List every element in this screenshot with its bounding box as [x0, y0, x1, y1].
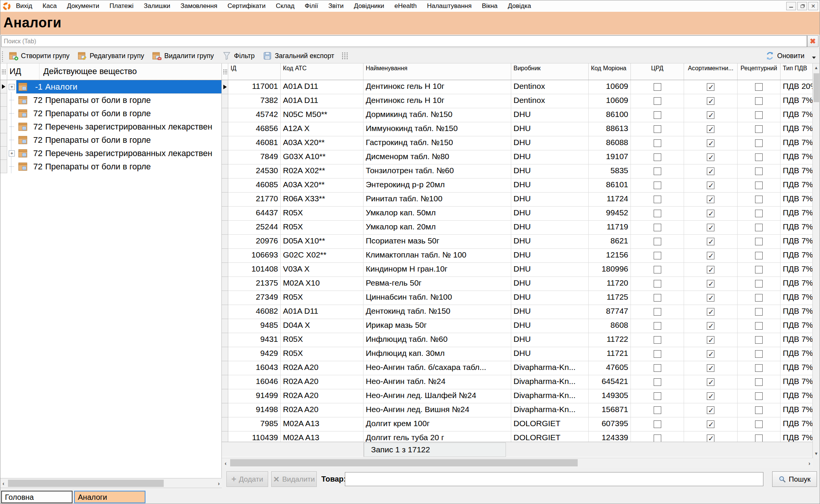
assortment-checkbox[interactable]: [707, 350, 714, 358]
menu-item-12[interactable]: eHealth: [395, 2, 417, 10]
tree-column-chooser[interactable]: [0, 63, 7, 80]
menu-item-15[interactable]: Довідка: [508, 2, 531, 10]
tree-item[interactable]: + 72 Препараты от боли в горле: [0, 107, 221, 120]
search-input[interactable]: [1, 35, 807, 47]
crd-checkbox[interactable]: [654, 238, 661, 245]
scroll-right-arrow[interactable]: ›: [806, 458, 812, 468]
crd-checkbox[interactable]: [654, 167, 661, 175]
crd-checkbox[interactable]: [654, 392, 661, 400]
crd-checkbox[interactable]: [654, 111, 661, 119]
assortment-checkbox[interactable]: [707, 83, 714, 91]
table-row[interactable]: 16046 R02A A20 Нео-Ангин табл. №24 Divap…: [222, 375, 813, 389]
assortment-checkbox[interactable]: [707, 224, 714, 231]
tree-item-content[interactable]: 72 Перечень зарегистрированных лекарстве…: [16, 147, 221, 160]
recipe-checkbox[interactable]: [755, 111, 763, 119]
table-row[interactable]: 46856 A12A X Иммунокинд табл. №150 DHU 8…: [222, 122, 813, 136]
table-row[interactable]: 9485 D04A X Ирикар мазь 50г DHU 8608 ПДВ…: [222, 319, 813, 333]
grid-scroll-thumb[interactable]: [230, 459, 578, 466]
crd-checkbox[interactable]: [654, 182, 661, 189]
tree-item-content[interactable]: 72 Препараты от боли в горле: [16, 160, 221, 173]
add-button[interactable]: + Додати: [226, 471, 268, 487]
column-chooser-icon[interactable]: [341, 52, 348, 60]
recipe-checkbox[interactable]: [755, 308, 763, 316]
tree-horizontal-scrollbar[interactable]: ‹ ›: [0, 478, 222, 488]
assortment-checkbox[interactable]: [707, 167, 714, 175]
recipe-checkbox[interactable]: [755, 280, 763, 288]
crd-checkbox[interactable]: [654, 406, 661, 414]
export-button[interactable]: Загальний експорт: [259, 50, 338, 62]
assortment-checkbox[interactable]: [707, 196, 714, 203]
restore-button[interactable]: [797, 2, 807, 10]
grid-vertical-scrollbar[interactable]: ▲ ▼: [812, 63, 820, 458]
table-row[interactable]: 101408 V03A X Киндинорм Н гран.10г DHU 1…: [222, 263, 813, 277]
table-row[interactable]: 21375 M02A X10 Ревма-гель 50г DHU 11720 …: [222, 277, 813, 291]
col-recipe[interactable]: Рецептурний: [738, 63, 781, 80]
table-row[interactable]: 110439 M02A A13 Долгит гель туба 20 г DO…: [222, 431, 813, 442]
crd-checkbox[interactable]: [654, 139, 661, 147]
tree-item[interactable]: + 72 Препараты от боли в горле: [0, 133, 221, 147]
table-row[interactable]: 21770 R06A X33** Ринитал табл. №100 DHU …: [222, 193, 813, 207]
tree-item-content[interactable]: 72 Препараты от боли в горле: [16, 93, 221, 107]
tree-col-substance[interactable]: Действующее вещество: [39, 63, 221, 80]
minimize-button[interactable]: [786, 2, 796, 10]
scroll-up-arrow[interactable]: ▲: [813, 63, 820, 72]
assortment-checkbox[interactable]: [707, 364, 714, 372]
table-row[interactable]: 9431 R05X Инфлюцид табл. №60 DHU 11722 П…: [222, 333, 813, 347]
assortment-checkbox[interactable]: [707, 378, 714, 386]
recipe-checkbox[interactable]: [755, 83, 763, 91]
recipe-checkbox[interactable]: [755, 252, 763, 259]
table-row[interactable]: 64437 R05X Умкалор кап. 50мл DHU 99452 П…: [222, 207, 813, 221]
search-button[interactable]: Пошук: [772, 471, 817, 487]
grid-horizontal-scrollbar[interactable]: ‹ ›: [222, 458, 813, 468]
assortment-checkbox[interactable]: [707, 111, 714, 119]
crd-checkbox[interactable]: [654, 434, 661, 442]
tree-item-content[interactable]: -1 Аналоги: [16, 80, 221, 93]
assortment-checkbox[interactable]: [707, 294, 714, 302]
assortment-checkbox[interactable]: [707, 420, 714, 428]
recipe-checkbox[interactable]: [755, 350, 763, 358]
assortment-checkbox[interactable]: [707, 238, 714, 245]
edit-group-button[interactable]: Редагувати групу: [74, 50, 147, 62]
crd-checkbox[interactable]: [654, 83, 661, 91]
assortment-checkbox[interactable]: [707, 182, 714, 189]
col-atc[interactable]: Код АТС: [281, 63, 363, 80]
tree-item[interactable]: + 72 Препараты от боли в горле: [0, 160, 221, 173]
menu-item-11[interactable]: Довідники: [354, 2, 384, 10]
crd-checkbox[interactable]: [654, 252, 661, 259]
col-name[interactable]: Найменування: [363, 63, 511, 80]
table-row[interactable]: 46085 A03A X20** Энтерокинд р-р 20мл DHU…: [222, 179, 813, 193]
menu-item-9[interactable]: Філії: [305, 2, 318, 10]
crd-checkbox[interactable]: [654, 153, 661, 161]
recipe-checkbox[interactable]: [755, 224, 763, 231]
tree-item[interactable]: + 72 Перечень зарегистрированных лекарст…: [0, 147, 221, 160]
refresh-dropdown-caret[interactable]: [812, 57, 816, 59]
table-row[interactable]: 91499 R02A A20 Нео-Ангин лед. Шалфей №24…: [222, 389, 813, 403]
table-row[interactable]: 25244 R05X Умкалор кап. 20мл DHU 11719 П…: [222, 221, 813, 235]
table-row[interactable]: 45742 N05C M50** Дормикинд табл. №150 DH…: [222, 108, 813, 122]
menu-item-5[interactable]: Залишки: [144, 2, 171, 10]
crd-checkbox[interactable]: [654, 210, 661, 217]
col-maker[interactable]: Виробник: [511, 63, 589, 80]
table-row[interactable]: 7382 A01A D11 Дентинокс гель Н 10г Denti…: [222, 94, 813, 108]
col-vat[interactable]: Тип ПДВ: [781, 63, 813, 80]
recipe-checkbox[interactable]: [755, 420, 763, 428]
menu-item-7[interactable]: Сертифікати: [228, 2, 265, 10]
crd-checkbox[interactable]: [654, 280, 661, 288]
recipe-checkbox[interactable]: [755, 182, 763, 189]
recipe-checkbox[interactable]: [755, 125, 763, 133]
table-row[interactable]: 20976 D05A X10** Псориатен мазь 50г DHU …: [222, 235, 813, 249]
assortment-checkbox[interactable]: [707, 266, 714, 273]
assortment-checkbox[interactable]: [707, 336, 714, 344]
tree-item-content[interactable]: 72 Препараты от боли в горле: [16, 133, 221, 147]
table-row[interactable]: 7985 M02A A13 Долгит крем 100г DOLORGIET…: [222, 417, 813, 431]
recipe-checkbox[interactable]: [755, 294, 763, 302]
crd-checkbox[interactable]: [654, 308, 661, 316]
crd-checkbox[interactable]: [654, 378, 661, 386]
menu-item-8[interactable]: Склад: [276, 2, 294, 10]
table-row[interactable]: 9429 R05X Инфлюцид кап. 30мл DHU 11721 П…: [222, 347, 813, 361]
crd-checkbox[interactable]: [654, 364, 661, 372]
recipe-checkbox[interactable]: [755, 139, 763, 147]
assortment-checkbox[interactable]: [707, 210, 714, 217]
tab-golovna[interactable]: Головна: [1, 491, 73, 503]
recipe-checkbox[interactable]: [755, 322, 763, 330]
